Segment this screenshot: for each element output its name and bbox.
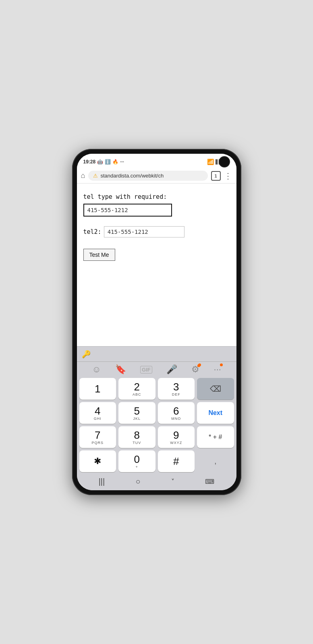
url-text: standardista.com/webkit/ch [100, 173, 164, 179]
key-special-chars[interactable]: * + # [197, 426, 234, 448]
gif-icon[interactable]: GIF [140, 366, 152, 374]
wifi-icon: 📶 [207, 159, 214, 165]
tel-required-input[interactable] [83, 204, 172, 217]
settings-icon[interactable]: ⚙ [191, 364, 199, 375]
microphone-icon[interactable]: 🎤 [166, 364, 177, 375]
test-me-button[interactable]: Test Me [83, 249, 115, 261]
home-button[interactable]: ○ [136, 477, 141, 486]
phone-frame: 19:28 🤖 ℹ️ 🔥 ··· 📶 ▋▋ 🔋 ⌂ ⚠ standardista… [72, 149, 241, 495]
key-backspace[interactable]: ⌫ [197, 378, 234, 400]
tel2-row: tel2: [83, 226, 230, 237]
key-next[interactable]: Next [197, 402, 234, 424]
more-keyboard-icon[interactable]: ··· [214, 364, 221, 375]
key-5[interactable]: 5 JKL [118, 402, 155, 424]
sticker-icon[interactable]: 🔖 [115, 364, 126, 375]
key-1[interactable]: 1 [79, 378, 116, 400]
tel2-label: tel2: [83, 228, 102, 235]
key-8[interactable]: 8 TUV [118, 426, 155, 448]
android-icon: 🤖 [97, 159, 103, 165]
tel-required-label: tel type with required: [83, 193, 230, 200]
browser-chrome: ⌂ ⚠ standardista.com/webkit/ch 1 ⋮ [77, 168, 236, 184]
keyboard-toolbar: 🔑 [77, 346, 236, 361]
tab-count-badge[interactable]: 1 [211, 171, 221, 181]
key-star[interactable]: ✱ [79, 450, 116, 472]
warning-icon: ⚠ [93, 173, 98, 179]
info-icon: ℹ️ [105, 159, 111, 165]
key-icon: 🔑 [82, 350, 91, 359]
key-7[interactable]: 7 PQRS [79, 426, 116, 448]
backspace-icon: ⌫ [210, 384, 221, 394]
phone-screen: 19:28 🤖 ℹ️ 🔥 ··· 📶 ▋▋ 🔋 ⌂ ⚠ standardista… [77, 154, 236, 490]
key-3[interactable]: 3 DEF [158, 378, 195, 400]
key-hash[interactable]: # [158, 450, 195, 472]
time-display: 19:28 [83, 159, 96, 165]
emoji-icon[interactable]: ☺ [92, 364, 101, 375]
next-label: Next [208, 410, 222, 416]
web-content-area: tel type with required: tel2: Test Me [77, 184, 236, 346]
firefox-icon: 🔥 [112, 159, 118, 165]
key-comma[interactable]: , [197, 450, 234, 472]
key-2[interactable]: 2 ABC [118, 378, 155, 400]
browser-menu-icon[interactable]: ⋮ [224, 171, 232, 181]
tel2-input[interactable] [104, 226, 184, 237]
key-6[interactable]: 6 MNO [158, 402, 195, 424]
url-bar[interactable]: ⚠ standardista.com/webkit/ch [88, 171, 207, 181]
home-icon[interactable]: ⌂ [81, 171, 85, 180]
front-camera [219, 156, 230, 167]
key-0[interactable]: 0 + [118, 450, 155, 472]
keyboard-emoji-row: ☺ 🔖 GIF 🎤 ⚙ ··· [77, 361, 236, 376]
status-bar: 19:28 🤖 ℹ️ 🔥 ··· 📶 ▋▋ 🔋 [77, 154, 236, 168]
key-9[interactable]: 9 WXYZ [158, 426, 195, 448]
more-icon: ··· [120, 159, 124, 165]
back-button[interactable]: ||| [99, 477, 105, 486]
recents-button[interactable]: ˅ [171, 478, 174, 485]
status-time-area: 19:28 🤖 ℹ️ 🔥 ··· [83, 159, 124, 165]
keyboard-hide-button[interactable]: ⌨ [205, 478, 214, 485]
numeric-keypad: 1 2 ABC 3 DEF ⌫ 4 GHI 5 JKL [77, 376, 236, 474]
key-4[interactable]: 4 GHI [79, 402, 116, 424]
bottom-nav-bar: ||| ○ ˅ ⌨ [77, 474, 236, 490]
